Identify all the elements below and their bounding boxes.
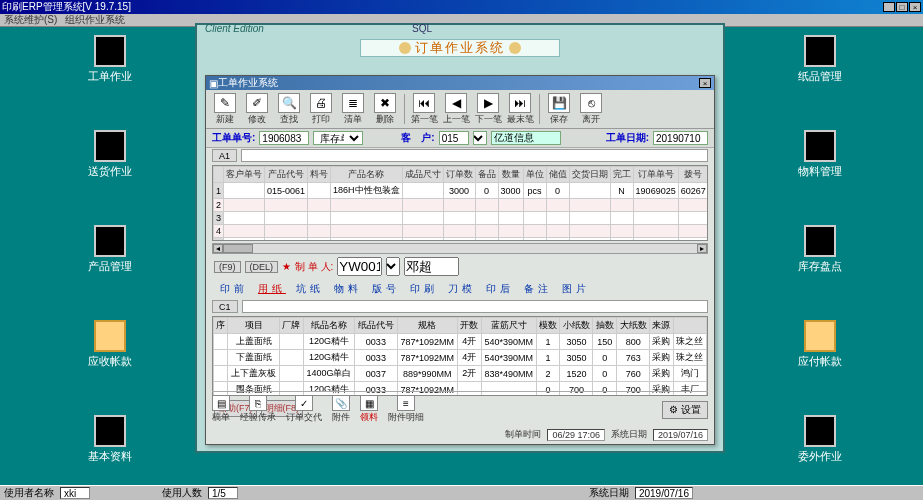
tab-坑纸[interactable]: 坑纸 bbox=[296, 282, 324, 296]
grid1-cell[interactable] bbox=[402, 212, 443, 225]
grid1-cell[interactable] bbox=[443, 225, 475, 238]
grid1-cell[interactable] bbox=[498, 238, 523, 242]
grid1-cell[interactable] bbox=[569, 238, 610, 242]
customer-name-input[interactable] bbox=[491, 131, 561, 145]
grid1-cell[interactable] bbox=[633, 225, 678, 238]
grid1-cell[interactable] bbox=[475, 238, 498, 242]
toolbar-第一笔-button[interactable]: ⏮第一笔 bbox=[409, 92, 439, 126]
go-button[interactable]: ⚙设置 bbox=[662, 401, 708, 419]
grid1-cell[interactable]: 0 bbox=[546, 183, 569, 199]
grid1-cell[interactable] bbox=[224, 238, 265, 242]
grid1-cell[interactable] bbox=[633, 199, 678, 212]
grid2-cell[interactable]: 2开 bbox=[457, 366, 481, 382]
toolbar-打印-button[interactable]: 🖨打印 bbox=[306, 92, 336, 126]
maximize-button[interactable]: □ bbox=[896, 2, 908, 12]
grid1-cell[interactable] bbox=[265, 225, 308, 238]
desktop-icon-物料管理[interactable]: 物料管理 bbox=[790, 130, 850, 179]
grid1-cell[interactable] bbox=[523, 238, 546, 242]
grid1-cell[interactable] bbox=[224, 225, 265, 238]
toolbar-删除-button[interactable]: ✖删除 bbox=[370, 92, 400, 126]
grid1-cell[interactable] bbox=[331, 199, 403, 212]
grid1-cell[interactable]: 19069025 bbox=[633, 183, 678, 199]
grid1-cell[interactable] bbox=[569, 199, 610, 212]
toolbar-下一笔-button[interactable]: ▶下一笔 bbox=[473, 92, 503, 126]
grid1-cell[interactable] bbox=[610, 225, 633, 238]
grid2-cell[interactable]: 540*390MM bbox=[481, 334, 536, 350]
grid1-cell[interactable] bbox=[475, 212, 498, 225]
scroll-right-icon[interactable]: ▸ bbox=[697, 244, 707, 253]
grid2-cell[interactable]: 采购 bbox=[650, 366, 674, 382]
grid1-hscroll[interactable]: ◂ ▸ bbox=[212, 243, 708, 254]
grid1-cell[interactable] bbox=[475, 225, 498, 238]
toolbar-最末笔-button[interactable]: ⏭最末笔 bbox=[505, 92, 535, 126]
grid1-cell[interactable] bbox=[475, 199, 498, 212]
stock-type-select[interactable]: 库存单 bbox=[313, 131, 363, 145]
desktop-icon-应付帐款[interactable]: 应付帐款 bbox=[790, 320, 850, 369]
grid1-cell[interactable] bbox=[546, 212, 569, 225]
bottom-经验传承-button[interactable]: ⎘经验传承 bbox=[240, 395, 276, 424]
grid1-cell[interactable] bbox=[610, 199, 633, 212]
grid2-cell[interactable]: 1 bbox=[536, 334, 560, 350]
tab-印后[interactable]: 印后 bbox=[486, 282, 514, 296]
grid2-cell[interactable]: 珠之丝 bbox=[673, 350, 706, 366]
grid1-cell[interactable] bbox=[678, 238, 708, 242]
grid2-cell[interactable]: 0033 bbox=[355, 350, 397, 366]
bottom-附件明细-button[interactable]: ≡附件明细 bbox=[388, 395, 424, 424]
tab-印前[interactable]: 印前 bbox=[220, 282, 248, 296]
desktop-icon-送货作业[interactable]: 送货作业 bbox=[80, 130, 140, 179]
grid1-cell[interactable] bbox=[523, 199, 546, 212]
grid1-cell[interactable]: pcs bbox=[523, 183, 546, 199]
grid2-cell[interactable]: 120G精牛 bbox=[303, 334, 355, 350]
tab-用纸[interactable]: 用纸 bbox=[258, 282, 286, 296]
grid1-cell[interactable] bbox=[308, 183, 331, 199]
tab-物料[interactable]: 物料 bbox=[334, 282, 362, 296]
grid1-cell[interactable] bbox=[443, 212, 475, 225]
grid2-cell[interactable]: 540*390MM bbox=[481, 350, 536, 366]
grid1-cell[interactable] bbox=[308, 225, 331, 238]
grid1-cell[interactable] bbox=[569, 183, 610, 199]
maker-dd[interactable] bbox=[386, 257, 400, 276]
f9-button[interactable]: (F9) bbox=[214, 261, 241, 273]
grid1-cell[interactable] bbox=[546, 238, 569, 242]
grid1-cell[interactable] bbox=[678, 225, 708, 238]
grid2-cell[interactable]: 采购 bbox=[650, 334, 674, 350]
maker-name-input[interactable] bbox=[404, 257, 459, 276]
grid2-cell[interactable]: 鸿门 bbox=[673, 366, 706, 382]
grid1-cell[interactable] bbox=[633, 238, 678, 242]
order-grid[interactable]: 客户单号产品代号料号产品名称成品尺寸订单数备品数量单位储值交货日期完工订单单号拨… bbox=[212, 165, 708, 241]
minimize-button[interactable]: _ bbox=[883, 2, 895, 12]
grid1-cell[interactable]: 60267 bbox=[678, 183, 708, 199]
customer-code-input[interactable] bbox=[439, 131, 469, 145]
grid1-cell[interactable] bbox=[610, 212, 633, 225]
grid1-cell[interactable] bbox=[546, 199, 569, 212]
grid1-cell[interactable] bbox=[224, 199, 265, 212]
grid1-cell[interactable] bbox=[308, 238, 331, 242]
grid2-cell[interactable]: 珠之丝 bbox=[673, 334, 706, 350]
grid2-cell[interactable] bbox=[279, 334, 303, 350]
bottom-稿单-button[interactable]: ▤稿单 bbox=[212, 395, 230, 424]
grid1-cell[interactable] bbox=[265, 238, 308, 242]
grid2-cell[interactable]: 上盖面纸 bbox=[228, 334, 280, 350]
grid1-cell[interactable] bbox=[523, 225, 546, 238]
grid1-cell[interactable] bbox=[402, 183, 443, 199]
grid1-cell[interactable] bbox=[523, 212, 546, 225]
grid2-cell[interactable]: 0037 bbox=[355, 366, 397, 382]
grid2-cell[interactable] bbox=[214, 334, 228, 350]
subwin-close-button[interactable]: × bbox=[699, 78, 711, 88]
grid1-cell[interactable] bbox=[546, 225, 569, 238]
grid2-cell[interactable]: 上下盖灰板 bbox=[228, 366, 280, 382]
grid2-cell[interactable] bbox=[214, 366, 228, 382]
grid1-cell[interactable]: 186H中性包装盒 bbox=[331, 183, 403, 199]
toolbar-新建-button[interactable]: ✎新建 bbox=[210, 92, 240, 126]
grid1-cell[interactable]: 3000 bbox=[443, 183, 475, 199]
grid1-cell[interactable]: N bbox=[610, 183, 633, 199]
grid1-cell[interactable] bbox=[443, 199, 475, 212]
tab-备注[interactable]: 备注 bbox=[524, 282, 552, 296]
grid1-cell[interactable] bbox=[331, 238, 403, 242]
toolbar-上一笔-button[interactable]: ◀上一笔 bbox=[441, 92, 471, 126]
grid1-cell[interactable] bbox=[569, 225, 610, 238]
grid1-cell[interactable] bbox=[498, 225, 523, 238]
grid1-cell[interactable] bbox=[678, 212, 708, 225]
desktop-icon-产品管理[interactable]: 产品管理 bbox=[80, 225, 140, 274]
grid2-cell[interactable]: 4开 bbox=[457, 350, 481, 366]
